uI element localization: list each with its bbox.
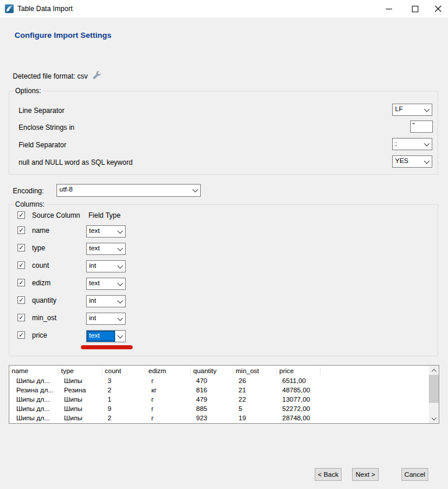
columns-legend: Columns:	[13, 200, 47, 208]
cell-type: Шипы	[59, 414, 102, 421]
cell-edizm: г	[146, 396, 191, 403]
cell-type: Шипы	[59, 405, 102, 412]
column-checkbox[interactable]: ✓	[17, 314, 25, 321]
preview-table: name type count edizm quantity min_ost p…	[9, 365, 439, 424]
col-header-name[interactable]: name	[9, 367, 59, 375]
column-checkbox[interactable]: ✓	[17, 261, 25, 269]
check-icon: ✓	[19, 332, 24, 338]
field-type-select[interactable]: text	[86, 225, 126, 238]
col-header-price[interactable]: price	[277, 367, 321, 375]
enclose-strings-label: Enclose Strings in	[19, 123, 74, 132]
col-header-type[interactable]: type	[59, 367, 102, 375]
cell-count: 2	[102, 387, 146, 394]
column-label: name	[32, 226, 49, 235]
cell-name: Шипы дл...	[9, 405, 59, 412]
back-button[interactable]: < Back	[315, 468, 342, 481]
col-header-edizm[interactable]: edizm	[146, 367, 191, 375]
field-type-value: int	[87, 261, 115, 272]
column-row: ✓ price text	[0, 330, 448, 348]
minimize-button[interactable]	[377, 0, 400, 17]
source-column-header: Source Column	[32, 211, 80, 219]
table-row[interactable]: Шипы дл... Шипы 1 г 479 22 13077,00	[9, 395, 429, 404]
null-keyword-select[interactable]: YES	[392, 155, 432, 168]
table-row[interactable]: Шипы дл... Шипы 3 г 470 26 6511,00	[9, 376, 429, 385]
chevron-down-icon	[115, 261, 125, 272]
col-header-min-ost[interactable]: min_ost	[233, 367, 277, 375]
cell-min-ost: 26	[233, 377, 277, 384]
column-checkbox[interactable]: ✓	[17, 296, 25, 304]
cell-min-ost: 5	[233, 405, 277, 412]
column-checkbox[interactable]: ✓	[17, 244, 25, 251]
column-row: ✓ name text	[0, 225, 448, 243]
page-title: Configure Import Settings	[15, 31, 112, 40]
cell-name: Резина дл...	[9, 387, 59, 394]
wrench-icon[interactable]	[92, 70, 102, 80]
column-label: quantity	[32, 296, 56, 304]
scroll-up-button[interactable]	[429, 366, 439, 375]
scrollbar-thumb[interactable]	[429, 375, 439, 403]
cell-price: 6511,00	[277, 377, 321, 384]
cell-name: Шипы дл...	[9, 414, 59, 421]
column-row: ✓ type text	[0, 243, 448, 260]
cell-type: Резина	[59, 387, 102, 394]
cell-name: Шипы дл...	[9, 377, 59, 384]
title-bar: Table Data Import	[0, 0, 448, 17]
scroll-down-button[interactable]	[429, 414, 439, 423]
maximize-button[interactable]	[403, 0, 426, 17]
chevron-down-icon	[115, 313, 125, 324]
check-icon: ✓	[19, 245, 24, 250]
null-keyword-label: null and NULL word as SQL keyword	[19, 158, 133, 166]
field-type-select[interactable]: text	[86, 330, 126, 342]
encoding-label: Encoding:	[13, 187, 44, 195]
field-type-select[interactable]: int	[86, 313, 126, 325]
preview-table-body: Шипы дл... Шипы 3 г 470 26 6511,00 Резин…	[9, 376, 429, 423]
table-row[interactable]: Шипы дл... Шипы 9 г 885 5 52272,00	[9, 404, 429, 413]
close-button[interactable]	[428, 0, 448, 17]
col-header-count[interactable]: count	[102, 367, 146, 375]
enclose-strings-input[interactable]: "	[410, 121, 433, 133]
next-button[interactable]: Next >	[352, 468, 379, 481]
table-row[interactable]: Резина дл... Резина 2 кг 816 21 48785,00	[9, 385, 429, 395]
cell-quantity: 923	[191, 414, 233, 421]
annotation-underline	[81, 345, 133, 349]
column-checkbox[interactable]: ✓	[17, 331, 25, 339]
column-label: price	[32, 331, 47, 339]
options-legend: Options:	[13, 87, 43, 95]
encoding-select[interactable]: utf-8	[56, 184, 201, 197]
cell-min-ost: 21	[233, 387, 277, 394]
cell-quantity: 816	[191, 387, 233, 394]
chevron-down-icon	[115, 278, 125, 289]
column-row: ✓ count int	[0, 260, 448, 278]
check-icon: ✓	[19, 314, 24, 320]
vertical-scrollbar[interactable]	[429, 366, 439, 423]
field-type-select[interactable]: int	[86, 295, 126, 307]
minimize-icon	[386, 9, 392, 9]
column-checkbox[interactable]: ✓	[17, 279, 25, 286]
null-keyword-value: YES	[393, 156, 422, 167]
field-type-select[interactable]: int	[86, 260, 126, 272]
cell-count: 2	[102, 414, 146, 421]
cell-name: Шипы дл...	[9, 396, 59, 403]
check-icon: ✓	[19, 297, 24, 303]
chevron-down-icon	[431, 415, 436, 420]
encoding-value: utf-8	[57, 185, 190, 196]
col-header-quantity[interactable]: quantity	[191, 367, 233, 375]
column-row: ✓ edizm text	[0, 278, 448, 295]
select-all-checkbox[interactable]: ✓	[17, 211, 25, 219]
cell-count: 1	[102, 396, 146, 403]
line-separator-select[interactable]: LF	[392, 104, 432, 116]
cell-price: 52272,00	[277, 405, 321, 412]
column-checkbox[interactable]: ✓	[17, 226, 25, 234]
cancel-button[interactable]: Cancel	[401, 468, 428, 481]
field-type-value: text	[87, 331, 115, 342]
field-separator-label: Field Separator	[19, 141, 66, 149]
check-icon: ✓	[19, 212, 24, 218]
table-row[interactable]: Шипы дл... Шипы 2 г 923 19 28748,00	[9, 413, 429, 423]
detected-file-format-label: Detected file format: csv	[13, 72, 88, 80]
cell-count: 9	[102, 405, 146, 412]
field-separator-select[interactable]: ;	[392, 138, 432, 150]
field-type-select[interactable]: text	[86, 243, 126, 255]
field-type-select[interactable]: text	[86, 278, 126, 290]
cell-edizm: г	[146, 377, 191, 384]
chevron-down-icon	[422, 139, 432, 150]
